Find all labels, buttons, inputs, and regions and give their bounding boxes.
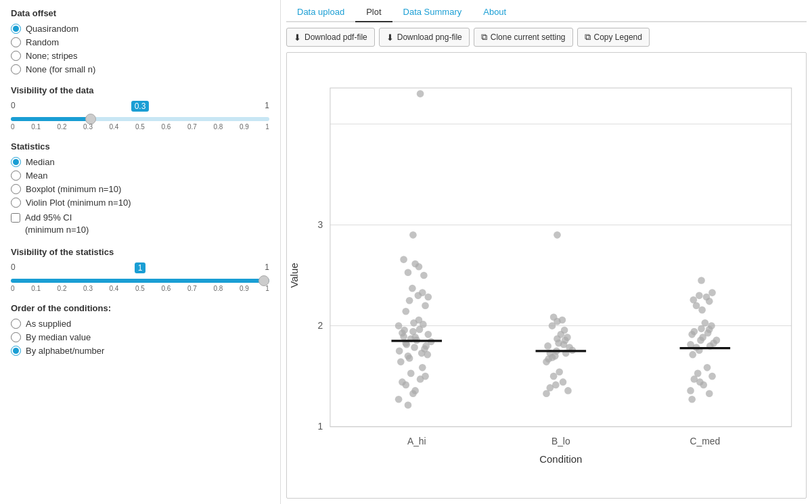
visibility-data-section: Visibility of the data 0 0.3 1 0 0.1 0.2… <box>11 85 269 131</box>
svg-point-23 <box>422 302 429 309</box>
left-panel: Data offset Quasirandom Random None; str… <box>0 0 281 504</box>
order-conditions-group: As supplied By median value By alphabet/… <box>11 319 269 356</box>
radio-by-median[interactable]: By median value <box>11 332 269 342</box>
svg-point-25 <box>409 285 416 292</box>
radio-none-stripes[interactable]: None; stripes <box>11 51 269 61</box>
svg-point-126 <box>688 396 696 403</box>
radio-random[interactable]: Random <box>11 37 269 47</box>
svg-point-100 <box>690 296 697 304</box>
svg-point-84 <box>554 335 561 342</box>
radio-boxplot[interactable]: Boxplot (minimum n=10) <box>11 184 269 194</box>
radio-mean[interactable]: Mean <box>11 170 269 181</box>
svg-text:3: 3 <box>318 219 323 230</box>
clone-icon: ⧉ <box>481 32 487 43</box>
svg-point-97 <box>696 292 703 300</box>
svg-point-59 <box>409 390 417 397</box>
radio-none-stripes-label: None; stripes <box>26 51 78 61</box>
visibility-stats-max-label: 1 <box>265 262 269 273</box>
radio-median[interactable]: Median <box>11 157 269 167</box>
svg-point-47 <box>410 319 418 327</box>
svg-point-111 <box>687 341 694 348</box>
radio-none-small[interactable]: None (for small n) <box>11 64 269 74</box>
svg-point-33 <box>411 344 418 351</box>
order-conditions-title: Order of the conditions: <box>11 303 269 313</box>
svg-point-119 <box>704 364 711 371</box>
radio-violin[interactable]: Violin Plot (minimum n=10) <box>11 198 269 208</box>
copy-legend-icon: ⧉ <box>585 32 591 43</box>
radio-by-alpha[interactable]: By alphabet/number <box>11 346 269 356</box>
tab-data-summary[interactable]: Data Summary <box>392 3 473 22</box>
download-pdf-button[interactable]: ⬇ Download pdf-file <box>286 28 375 47</box>
visibility-data-title: Visibility of the data <box>11 85 269 95</box>
svg-point-87 <box>560 378 567 386</box>
svg-point-122 <box>708 373 716 380</box>
statistics-group: Median Mean Boxplot (minimum n=10) Violi… <box>11 157 269 208</box>
svg-point-114 <box>713 337 721 344</box>
data-offset-title: Data offset <box>11 8 269 18</box>
tab-data-upload[interactable]: Data upload <box>286 3 355 22</box>
svg-point-78 <box>564 334 571 341</box>
checkbox-ci-input[interactable] <box>11 213 20 223</box>
svg-point-125 <box>706 390 713 397</box>
svg-point-69 <box>554 318 561 325</box>
svg-point-124 <box>696 378 704 386</box>
svg-point-110 <box>708 322 715 329</box>
svg-point-94 <box>698 277 705 284</box>
svg-text:C_med: C_med <box>690 436 721 446</box>
radio-as-supplied[interactable]: As supplied <box>11 319 269 329</box>
svg-point-14 <box>417 90 424 97</box>
tab-bar: Data upload Plot Data Summary About <box>286 3 807 22</box>
visibility-stats-section: Visibility of the statistics 0 1 1 0 0.1… <box>11 247 269 292</box>
svg-point-64 <box>554 231 561 239</box>
svg-point-19 <box>415 263 423 271</box>
visibility-stats-min-label: 0 <box>11 262 16 273</box>
svg-point-115 <box>689 351 696 359</box>
visibility-stats-title: Visibility of the statistics <box>11 247 269 257</box>
svg-point-90 <box>564 387 572 394</box>
visibility-data-slider[interactable] <box>11 117 269 121</box>
svg-point-46 <box>397 359 405 366</box>
radio-random-label: Random <box>26 37 59 47</box>
checkbox-ci-label: Add 95% CI(minimum n=10) <box>25 212 89 236</box>
svg-point-99 <box>698 306 706 314</box>
plot-toolbar: ⬇ Download pdf-file ⬇ Download png-file … <box>286 28 807 47</box>
svg-point-15 <box>409 231 417 239</box>
radio-by-median-label: By median value <box>26 332 91 342</box>
visibility-stats-slider[interactable] <box>11 279 269 283</box>
svg-point-61 <box>395 396 403 403</box>
svg-point-43 <box>395 322 403 329</box>
svg-point-60 <box>419 364 426 371</box>
download-pdf-label: Download pdf-file <box>304 32 367 42</box>
radio-mean-label: Mean <box>26 170 48 181</box>
svg-point-123 <box>687 387 694 394</box>
radio-violin-label: Violin Plot (minimum n=10) <box>26 198 131 208</box>
svg-point-44 <box>406 354 413 362</box>
clone-setting-button[interactable]: ⧉ Clone current setting <box>474 28 573 47</box>
svg-point-21 <box>406 297 413 304</box>
radio-none-small-label: None (for small n) <box>26 64 95 74</box>
svg-rect-0 <box>287 74 806 478</box>
copy-legend-button[interactable]: ⧉ Copy Legend <box>577 28 650 47</box>
download-png-label: Download png-file <box>397 32 462 42</box>
svg-point-86 <box>550 373 558 380</box>
svg-point-98 <box>706 298 713 305</box>
checkbox-ci[interactable]: Add 95% CI(minimum n=10) <box>11 212 269 236</box>
svg-text:B_lo: B_lo <box>551 436 570 446</box>
download-png-icon: ⬇ <box>386 32 394 43</box>
radio-quasirandom-label: Quasirandom <box>26 24 78 34</box>
right-panel: Data upload Plot Data Summary About ⬇ Do… <box>281 0 812 504</box>
data-offset-section: Data offset Quasirandom Random None; str… <box>11 8 269 74</box>
radio-boxplot-label: Boxplot (minimum n=10) <box>26 184 121 194</box>
tab-about[interactable]: About <box>472 3 517 22</box>
svg-point-31 <box>424 331 432 338</box>
svg-text:A_hi: A_hi <box>407 436 426 446</box>
tab-plot[interactable]: Plot <box>355 3 392 22</box>
download-pdf-icon: ⬇ <box>294 32 301 43</box>
svg-point-80 <box>551 352 559 360</box>
visibility-stats-value-label: 1 <box>135 262 146 273</box>
download-png-button[interactable]: ⬇ Download png-file <box>379 28 470 47</box>
plot-area: 1 2 3 Value Condition A_hi B_lo C_med <box>286 52 807 499</box>
statistics-title: Statistics <box>11 141 269 152</box>
radio-quasirandom[interactable]: Quasirandom <box>11 24 269 34</box>
data-offset-group: Quasirandom Random None; stripes None (f… <box>11 24 269 74</box>
